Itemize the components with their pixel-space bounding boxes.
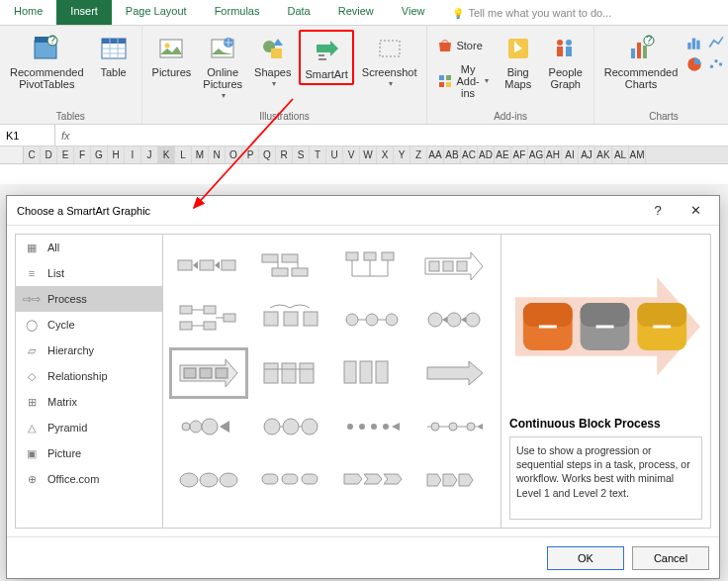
col-header-U[interactable]: U [326, 146, 343, 163]
layout-thumb[interactable] [255, 405, 326, 448]
col-header-M[interactable]: M [192, 146, 209, 163]
col-header-J[interactable]: J [141, 146, 158, 163]
people-graph-button[interactable]: People Graph [544, 30, 588, 93]
layout-thumb[interactable] [418, 244, 490, 288]
select-all-corner[interactable] [0, 146, 24, 163]
tab-home[interactable]: Home [0, 0, 56, 25]
chart-pie-icon[interactable] [685, 55, 705, 75]
col-header-O[interactable]: O [226, 146, 242, 163]
fx-icon[interactable]: fx [55, 130, 73, 142]
recommended-pivottables-button[interactable]: ? Recommended PivotTables [6, 30, 88, 93]
layout-thumb[interactable] [255, 458, 326, 502]
smartart-button[interactable]: SmartArt [299, 30, 353, 85]
worksheet-grid[interactable] [0, 164, 728, 184]
col-header-AB[interactable]: AB [444, 146, 461, 163]
col-header-AE[interactable]: AE [495, 146, 511, 163]
layout-thumb[interactable] [255, 298, 326, 341]
col-header-AI[interactable]: AI [562, 146, 579, 163]
tab-review[interactable]: Review [324, 0, 388, 25]
category-relationship[interactable]: ◇Relationship [16, 363, 162, 389]
col-header-S[interactable]: S [293, 146, 310, 163]
layout-thumb[interactable] [173, 298, 244, 341]
tab-view[interactable]: View [388, 0, 439, 25]
bing-maps-button[interactable]: Bing Maps [497, 30, 540, 93]
col-header-AF[interactable]: AF [511, 146, 528, 163]
name-box[interactable]: K1 [0, 125, 55, 145]
dialog-help-button[interactable]: ? [644, 203, 672, 218]
col-header-F[interactable]: F [74, 146, 91, 163]
screenshot-button[interactable]: Screenshot [358, 30, 421, 92]
chart-bar-icon[interactable] [685, 34, 705, 53]
col-header-Q[interactable]: Q [259, 146, 276, 163]
dialog-close-button[interactable]: ✕ [682, 203, 709, 218]
col-header-D[interactable]: D [41, 146, 57, 163]
category-process[interactable]: ⇨⇨Process [16, 286, 162, 312]
layout-thumb[interactable] [337, 298, 409, 341]
category-hierarchy[interactable]: ▱Hierarchy [16, 338, 162, 363]
category-pyramid[interactable]: △Pyramid [16, 415, 162, 440]
col-header-AM[interactable]: AM [629, 146, 646, 163]
col-header-AD[interactable]: AD [478, 146, 495, 163]
col-header-Z[interactable]: Z [410, 146, 427, 163]
layout-thumb[interactable] [255, 244, 326, 288]
layouts-panel[interactable] [163, 234, 501, 529]
category-list[interactable]: ≡List [16, 260, 162, 286]
col-header-AC[interactable]: AC [461, 146, 478, 163]
col-header-H[interactable]: H [108, 146, 125, 163]
col-header-T[interactable]: T [310, 146, 326, 163]
table-button[interactable]: Table [92, 30, 136, 81]
col-header-L[interactable]: L [175, 146, 192, 163]
chart-line-icon[interactable] [707, 34, 727, 53]
layout-thumb[interactable] [173, 458, 244, 502]
cancel-button[interactable]: Cancel [632, 546, 709, 570]
ok-button[interactable]: OK [547, 546, 624, 570]
layout-thumb[interactable] [337, 458, 409, 502]
tab-insert[interactable]: Insert [56, 0, 112, 25]
store-button[interactable]: Store [433, 36, 492, 55]
layout-thumb[interactable] [173, 244, 244, 288]
category-office[interactable]: ⊕Office.com [16, 466, 162, 492]
layout-thumb[interactable] [418, 405, 490, 448]
my-addins-button[interactable]: My Add-ins [433, 61, 492, 101]
col-header-AG[interactable]: AG [528, 146, 545, 163]
layout-thumb[interactable] [337, 244, 409, 288]
pictures-button[interactable]: Pictures [148, 30, 196, 81]
layout-thumb[interactable] [418, 458, 490, 502]
col-header-C[interactable]: C [24, 146, 41, 163]
layout-thumb[interactable] [255, 351, 326, 395]
col-header-AL[interactable]: AL [612, 146, 629, 163]
category-cycle[interactable]: ◯Cycle [16, 312, 162, 338]
col-header-AK[interactable]: AK [595, 146, 612, 163]
layout-thumb-selected[interactable] [173, 351, 244, 395]
col-header-E[interactable]: E [57, 146, 74, 163]
recommended-charts-button[interactable]: ? Recommended Charts [600, 30, 682, 93]
layout-thumb[interactable] [337, 405, 409, 448]
col-header-AA[interactable]: AA [427, 146, 444, 163]
col-header-AH[interactable]: AH [545, 146, 562, 163]
col-header-V[interactable]: V [343, 146, 360, 163]
layout-thumb[interactable] [337, 351, 409, 395]
tab-data[interactable]: Data [273, 0, 323, 25]
tell-me-search[interactable]: Tell me what you want to do... [438, 0, 728, 25]
col-header-R[interactable]: R [276, 146, 293, 163]
col-header-P[interactable]: P [242, 146, 259, 163]
col-header-W[interactable]: W [360, 146, 377, 163]
col-header-AJ[interactable]: AJ [579, 146, 595, 163]
col-header-I[interactable]: I [125, 146, 141, 163]
category-matrix[interactable]: ⊞Matrix [16, 389, 162, 415]
layout-thumb[interactable] [418, 298, 490, 341]
category-all[interactable]: ▦All [16, 235, 162, 260]
layout-thumb[interactable] [418, 351, 490, 395]
chart-scatter-icon[interactable] [707, 55, 727, 75]
layout-thumb[interactable] [173, 405, 244, 448]
shapes-button[interactable]: Shapes [250, 30, 295, 92]
tab-formulas[interactable]: Formulas [201, 0, 274, 25]
tab-page-layout[interactable]: Page Layout [112, 0, 201, 25]
col-header-Y[interactable]: Y [394, 146, 410, 163]
online-pictures-button[interactable]: Online Pictures [199, 30, 246, 104]
col-header-X[interactable]: X [377, 146, 394, 163]
category-picture[interactable]: ▣Picture [16, 440, 162, 466]
col-header-N[interactable]: N [209, 146, 226, 163]
col-header-G[interactable]: G [91, 146, 108, 163]
col-header-K[interactable]: K [158, 146, 175, 163]
